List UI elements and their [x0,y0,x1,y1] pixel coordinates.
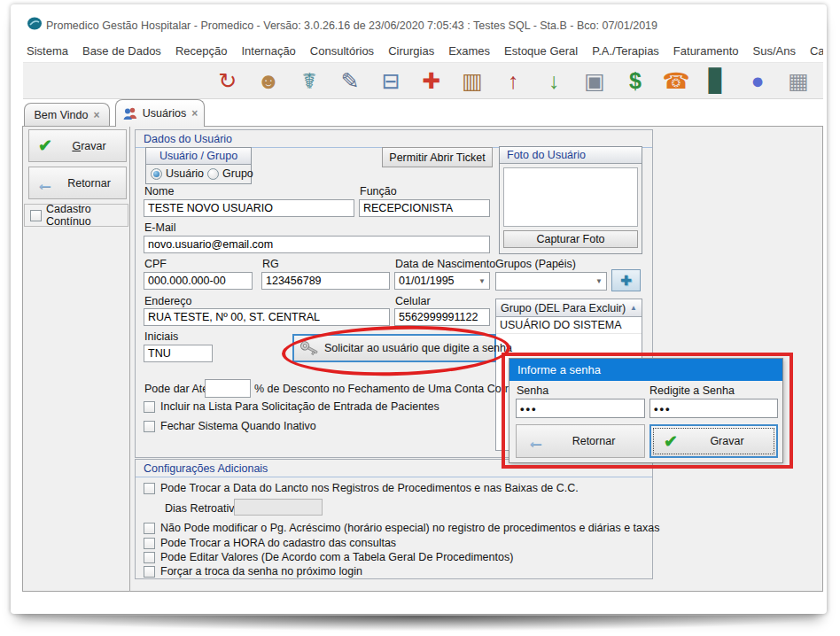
menu-item-internacao[interactable]: Internação [241,44,295,60]
safe-icon[interactable]: ▣ [580,66,609,95]
rg-input[interactable]: 123456789 [261,272,390,290]
email-input[interactable]: novo.usuario@email.com [144,236,490,253]
foto-do-usuario-title: Foto do Usuário [500,147,642,164]
iniciais-label: Iniciais [144,330,178,343]
cadastro-continuo-panel[interactable]: Cadastro Contínuo [24,204,128,227]
add-group-icon: ✚ [620,273,632,289]
trocar-hora-label: Pode Trocar a HORA do cadastro das consu… [160,537,396,549]
menu-item-faturamento[interactable]: Faturamento [673,44,739,60]
menu-item-consultorios[interactable]: Consultórios [310,44,374,60]
ambulance-icon[interactable]: ✚ [417,66,446,95]
menu-item-pa-terapias[interactable]: P.A./Terapias [592,44,659,60]
incluir-lista-row: Incluir na Lista Para Solicitação de Ent… [144,400,439,413]
tab-usuarios[interactable]: Usuários × [115,99,205,127]
menu-item-cirurgias[interactable]: Cirurgias [388,44,434,60]
ledger-book-icon[interactable]: ▊ [703,66,731,95]
screen: { "window": { "title": "Promedico Gestão… [0,0,840,636]
sort-asc-icon: ▲ [630,304,637,312]
permitir-abrir-ticket-button[interactable]: Permitir Abrir Ticket [382,147,493,167]
radio-usuario[interactable] [151,168,162,180]
nome-input[interactable]: TESTE NOVO USUARIO [144,199,354,217]
stock-out-icon[interactable]: ↓ [540,66,568,95]
chat-icon[interactable]: ● [743,66,772,95]
menu-item-estoque-geral[interactable]: Estoque Geral [504,44,578,60]
tab-usuarios-close-icon[interactable]: × [191,107,198,120]
menu-item-recepcao[interactable]: Recepção [175,44,228,60]
funcao-input[interactable]: RECEPCIONISTA [359,199,490,217]
report-icon[interactable]: ▦ [784,66,813,95]
grid-row-usuario-do-sistema[interactable]: USUÁRIO DO SISTEMA [496,317,642,334]
editar-valores-label: Pode Editar Valores (De Acordo com a Tab… [160,551,513,563]
add-group-button[interactable]: ✚ [611,269,641,291]
radio-grupo[interactable] [207,168,219,180]
celular-input[interactable]: 5562999991122 [394,308,490,326]
foto-do-usuario-group: Foto do Usuário Capturar Foto [499,146,642,254]
data-lancto-checkbox[interactable] [144,483,155,494]
celular-label: Celular [395,295,431,307]
fechar-sistema-checkbox[interactable] [144,421,155,432]
supplies-box-icon[interactable]: ▥ [458,66,486,95]
radio-grupo-label: Grupo [222,167,253,180]
capturar-foto-button[interactable]: Capturar Foto [503,230,638,248]
email-label: E-Mail [144,221,175,234]
patients-icon[interactable]: ☻ [254,66,283,95]
fechar-sistema-row: Fechar Sistema Quando Inativo [144,420,316,432]
toolbar-icons: ↻ ☻ ☤ ✎ ⊟ ✚ ▥ ↑ ↓ ▣ $ ☎ ▊ ● ▦ [214,66,813,95]
dropdown-icon[interactable]: ▼ [595,277,603,285]
tab-bem-vindo[interactable]: Bem Vindo × [24,103,110,126]
check-icon: ✔ [29,136,61,156]
pg-acrescimo-checkbox[interactable] [144,523,155,534]
app-icon [27,17,43,30]
incluir-lista-label: Incluir na Lista Para Solicitação de Ent… [160,400,439,413]
window-title: Promedico Gestão Hospitalar - Promedico … [46,19,817,32]
pode-dar-ate-label: Pode dar Até: [144,383,212,395]
usuario-grupo-group: Usuário / Grupo Usuário Grupo [145,147,252,184]
tab-bem-vindo-label: Bem Vindo [35,109,89,121]
trocar-hora-row: Pode Trocar a HORA do cadastro das consu… [144,537,396,549]
retornar-button[interactable]: ← Retornar [28,167,127,199]
doctor-icon[interactable]: ☤ [295,66,323,95]
editar-valores-row: Pode Editar Valores (De Acordo com a Tab… [144,551,513,563]
tab-bem-vindo-close-icon[interactable]: × [93,109,99,121]
menu-item-sus-ans[interactable]: Sus/Ans [753,44,796,60]
annotation-red-rect [502,353,793,469]
troca-senha-checkbox[interactable] [144,566,155,578]
editar-valores-checkbox[interactable] [144,552,155,563]
users-icon [122,107,137,120]
cpf-input[interactable]: 000.000.000-00 [144,272,253,290]
menu-item-exames[interactable]: Exames [448,44,490,60]
arrow-left-icon: ← [29,173,61,194]
menu-item-caixa[interactable]: Caixa [810,44,823,60]
dropdown-icon[interactable]: ▼ [478,277,486,285]
data-nascimento-combo[interactable]: 01/01/1995 ▼ [394,272,490,290]
prescription-icon[interactable]: ✎ [336,66,364,95]
funcao-label: Função [360,185,397,198]
incluir-lista-checkbox[interactable] [144,401,155,413]
foto-placeholder [503,167,638,227]
dias-retroativos-input[interactable] [234,499,323,516]
fechar-sistema-label: Fechar Sistema Quando Inativo [160,420,316,432]
grupos-papeis-label: Grupos (Papéis) [495,258,576,270]
stock-in-icon[interactable]: ↑ [499,66,527,95]
trocar-hora-checkbox[interactable] [144,538,155,549]
usuario-grupo-title: Usuário / Grupo [146,148,251,165]
usuario-grupo-radios: Usuário Grupo [146,165,251,180]
phone-book-icon[interactable]: ☎ [662,66,690,95]
menu-item-base-de-dados[interactable]: Base de Dados [82,44,161,60]
menu-item-sistema[interactable]: Sistema [27,44,68,60]
data-nascimento-label: Data de Nascimento [395,258,495,270]
endereco-input[interactable]: RUA TESTE, Nº 00, ST. CENTRAL [144,308,390,326]
hospital-bed-icon[interactable]: ⊟ [377,66,405,95]
grupos-combo[interactable]: ▼ [495,272,607,291]
cash-register-icon[interactable]: $ [621,66,649,95]
iniciais-input[interactable]: TNU [144,345,213,362]
desconto-input[interactable] [205,379,251,398]
cadastro-continuo-checkbox[interactable] [30,210,42,221]
menu-bar: Sistema Base de Dados Recepção Internaçã… [27,44,823,60]
data-nascimento-value: 01/01/1995 [399,275,455,287]
radio-usuario-label: Usuário [166,167,204,180]
troca-senha-row: Forçar a troca da senha no próximo login [144,565,362,578]
sync-users-icon[interactable]: ↻ [214,66,242,95]
gravar-button[interactable]: ✔ Gravar [28,129,127,162]
grupos-grid-header[interactable]: Grupo (DEL Para Excluir) ▲ [496,299,642,317]
